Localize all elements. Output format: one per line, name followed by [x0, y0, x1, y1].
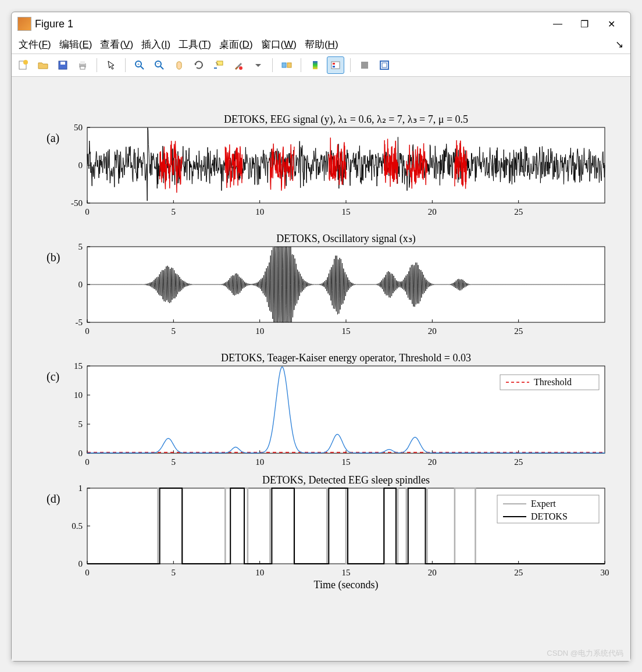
- svg-rect-5: [80, 61, 85, 64]
- close-button[interactable]: ✕: [598, 15, 625, 33]
- svg-rect-21: [333, 66, 335, 67]
- svg-text:DETOKS, Detected EEG sleep spi: DETOKS, Detected EEG sleep spindles: [262, 474, 430, 486]
- svg-text:0: 0: [85, 326, 90, 336]
- svg-text:5: 5: [172, 207, 176, 216]
- svg-rect-6: [80, 66, 85, 69]
- svg-text:15: 15: [342, 326, 351, 336]
- svg-text:5: 5: [79, 419, 83, 429]
- svg-rect-22: [361, 62, 368, 69]
- svg-text:15: 15: [74, 361, 83, 371]
- undock-icon[interactable]: ↘: [615, 38, 623, 51]
- svg-text:10: 10: [255, 568, 264, 577]
- svg-text:20: 20: [428, 457, 437, 467]
- svg-text:0: 0: [79, 280, 83, 289]
- svg-text:25: 25: [514, 457, 523, 467]
- rotate-icon[interactable]: [191, 57, 207, 73]
- zoom-out-icon[interactable]: −: [151, 57, 167, 73]
- menu-file[interactable]: 文件(F): [19, 38, 51, 51]
- menubar: 文件(F) 编辑(E) 查看(V) 插入(I) 工具(T) 桌面(D) 窗口(W…: [12, 35, 630, 54]
- pan-icon[interactable]: [171, 57, 187, 73]
- new-figure-icon[interactable]: [15, 57, 31, 73]
- zoom-in-icon[interactable]: +: [131, 57, 148, 73]
- svg-text:10: 10: [74, 390, 83, 400]
- window-title: Figure 1: [35, 18, 544, 30]
- svg-text:5: 5: [172, 457, 176, 467]
- svg-text:+: +: [137, 62, 140, 67]
- svg-text:5: 5: [79, 242, 83, 251]
- svg-text:0: 0: [79, 449, 83, 458]
- svg-line-8: [141, 66, 144, 69]
- svg-text:5: 5: [172, 326, 176, 336]
- titlebar[interactable]: Figure 1 — ❐ ✕: [12, 12, 630, 35]
- datatip-icon[interactable]: [211, 57, 227, 73]
- svg-text:0: 0: [79, 559, 83, 568]
- svg-rect-14: [214, 67, 217, 69]
- svg-text:0: 0: [85, 207, 90, 216]
- menu-help[interactable]: 帮助(H): [305, 38, 338, 51]
- dropdown-icon[interactable]: [250, 57, 266, 73]
- layout-icon[interactable]: [376, 57, 393, 73]
- menu-edit[interactable]: 编辑(E): [59, 38, 92, 51]
- pointer-icon[interactable]: [103, 57, 119, 73]
- brush-icon[interactable]: [230, 57, 247, 73]
- svg-text:(d): (d): [47, 492, 60, 506]
- svg-text:Time (seconds): Time (seconds): [314, 579, 379, 591]
- svg-text:DETOKS, Teager-Kaiser energy o: DETOKS, Teager-Kaiser energy operator, T…: [221, 352, 471, 364]
- svg-text:-50: -50: [71, 198, 83, 208]
- svg-rect-18: [313, 61, 318, 69]
- matlab-icon: [17, 17, 31, 31]
- svg-text:0: 0: [85, 568, 90, 577]
- svg-point-1: [23, 60, 28, 65]
- menu-insert[interactable]: 插入(I): [141, 38, 170, 51]
- svg-text:25: 25: [514, 326, 523, 336]
- svg-text:10: 10: [255, 207, 264, 216]
- restore-button[interactable]: ❐: [571, 15, 598, 33]
- svg-text:(c): (c): [47, 370, 59, 383]
- svg-rect-3: [60, 62, 65, 65]
- svg-text:5: 5: [172, 568, 176, 577]
- svg-rect-20: [333, 63, 335, 65]
- minimize-button[interactable]: —: [544, 15, 571, 33]
- svg-rect-16: [282, 63, 286, 67]
- link-icon[interactable]: [279, 57, 295, 73]
- svg-rect-19: [331, 62, 340, 69]
- svg-point-15: [239, 66, 242, 70]
- svg-text:0.5: 0.5: [72, 521, 83, 531]
- svg-text:15: 15: [342, 207, 351, 216]
- menu-desktop[interactable]: 桌面(D): [219, 38, 253, 51]
- svg-text:20: 20: [428, 326, 437, 336]
- svg-text:(b): (b): [47, 251, 60, 264]
- svg-text:0: 0: [79, 161, 83, 170]
- hide-tools-icon[interactable]: [356, 57, 373, 73]
- svg-text:(a): (a): [47, 131, 59, 145]
- svg-text:0: 0: [85, 457, 90, 467]
- svg-text:Threshold: Threshold: [534, 377, 572, 387]
- legend-icon[interactable]: [327, 56, 344, 74]
- svg-text:DETOKS: DETOKS: [531, 511, 568, 521]
- print-icon[interactable]: [74, 57, 91, 73]
- colorbar-icon[interactable]: [307, 57, 323, 73]
- svg-text:-5: -5: [76, 318, 83, 327]
- menu-window[interactable]: 窗口(W): [261, 38, 297, 51]
- svg-text:15: 15: [342, 457, 351, 467]
- svg-rect-17: [287, 63, 291, 67]
- open-icon[interactable]: [35, 57, 51, 73]
- menu-tools[interactable]: 工具(T): [179, 38, 211, 51]
- svg-text:15: 15: [342, 568, 351, 577]
- menu-view[interactable]: 查看(V): [100, 38, 133, 51]
- svg-text:30: 30: [601, 568, 609, 577]
- svg-text:Expert: Expert: [531, 499, 556, 509]
- svg-text:10: 10: [255, 326, 264, 336]
- toolbar: + −: [12, 54, 630, 77]
- figure-area: DETOKS, EEG signal (y), λ₁ = 0.6, λ₂ = 7…: [12, 77, 630, 661]
- svg-rect-24: [382, 63, 387, 67]
- svg-text:−: −: [157, 61, 160, 66]
- svg-text:10: 10: [255, 457, 264, 467]
- save-icon[interactable]: [55, 57, 71, 73]
- svg-line-11: [160, 66, 163, 69]
- svg-text:DETOKS, Oscillatory signal (x₃: DETOKS, Oscillatory signal (x₃): [276, 233, 416, 245]
- svg-text:1: 1: [79, 483, 83, 493]
- svg-text:50: 50: [74, 123, 83, 132]
- svg-text:20: 20: [428, 568, 437, 577]
- figure-window: Figure 1 — ❐ ✕ 文件(F) 编辑(E) 查看(V) 插入(I) 工…: [11, 12, 631, 662]
